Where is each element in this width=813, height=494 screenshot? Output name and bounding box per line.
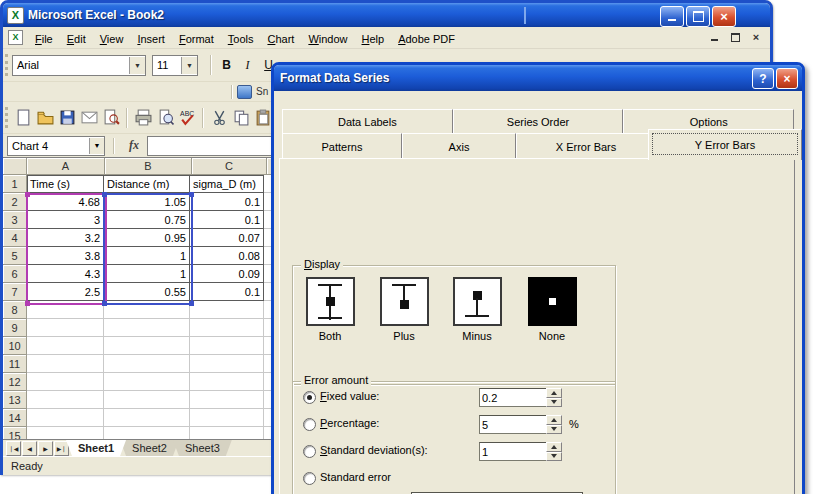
- font-size-select[interactable]: 11 ▼: [152, 55, 198, 76]
- spelling-icon[interactable]: ABC: [176, 107, 198, 129]
- cell-B5[interactable]: 1: [104, 247, 190, 265]
- cell-B11[interactable]: [104, 355, 190, 373]
- cell-A5[interactable]: 3.8: [27, 247, 104, 265]
- cell-C1[interactable]: sigma_D (m): [190, 175, 264, 193]
- fixed-value-input[interactable]: [479, 388, 549, 407]
- tab-patterns[interactable]: Patterns: [282, 133, 402, 159]
- col-header-A[interactable]: A: [27, 158, 105, 175]
- cell-A11[interactable]: [27, 355, 104, 373]
- save-icon[interactable]: [56, 107, 78, 129]
- cell-A7[interactable]: 2.5: [27, 283, 104, 301]
- cell-C7[interactable]: 0.1: [190, 283, 264, 301]
- error-bar-style-both-button[interactable]: [306, 277, 355, 326]
- dialog-titlebar[interactable]: Format Data Series ? ×: [274, 65, 802, 91]
- cell-B7[interactable]: 0.55: [104, 283, 190, 301]
- italic-button[interactable]: I: [237, 55, 258, 76]
- first-sheet-icon[interactable]: ❘◀: [6, 441, 21, 456]
- fixed-value-radio[interactable]: [303, 391, 316, 404]
- cell-A1[interactable]: Time (s): [27, 175, 104, 193]
- row-header-3[interactable]: 3: [3, 211, 27, 229]
- row-header-4[interactable]: 4: [3, 229, 27, 247]
- cell-A2[interactable]: 4.68: [27, 193, 104, 211]
- cell-C6[interactable]: 0.09: [190, 265, 264, 283]
- menu-chart[interactable]: Chart: [260, 31, 301, 47]
- workbook-close-button[interactable]: ×: [750, 31, 762, 43]
- cell-C4[interactable]: 0.07: [190, 229, 264, 247]
- fixed-value-stepper[interactable]: [546, 388, 562, 407]
- workbook-restore-button[interactable]: [729, 31, 741, 43]
- minimize-button[interactable]: [660, 6, 684, 27]
- cell-C8[interactable]: [190, 301, 264, 319]
- cell-C15[interactable]: [190, 427, 264, 439]
- spin-up-icon[interactable]: [546, 415, 562, 425]
- menu-tools[interactable]: Tools: [221, 31, 261, 47]
- cell-B1[interactable]: Distance (m): [104, 175, 190, 193]
- row-header-2[interactable]: 2: [3, 193, 27, 211]
- row-header-14[interactable]: 14: [3, 409, 27, 427]
- print-icon[interactable]: [132, 107, 154, 129]
- row-header-1[interactable]: 1: [3, 175, 27, 193]
- font-name-dropdown-icon[interactable]: ▼: [129, 57, 145, 74]
- cell-A9[interactable]: [27, 319, 104, 337]
- cell-B10[interactable]: [104, 337, 190, 355]
- dialog-close-button[interactable]: ×: [776, 68, 798, 89]
- cell-A6[interactable]: 4.3: [27, 265, 104, 283]
- cell-B3[interactable]: 0.75: [104, 211, 190, 229]
- tab-x-error-bars[interactable]: X Error Bars: [516, 133, 656, 159]
- cell-A3[interactable]: 3: [27, 211, 104, 229]
- spin-up-icon[interactable]: [546, 388, 562, 398]
- row-header-6[interactable]: 6: [3, 265, 27, 283]
- menu-edit[interactable]: Edit: [60, 31, 93, 47]
- open-icon[interactable]: [34, 107, 56, 129]
- name-box-dropdown-icon[interactable]: ▼: [89, 138, 104, 154]
- tab-y-error-bars[interactable]: Y Error Bars: [648, 129, 802, 160]
- cell-B2[interactable]: 1.05: [104, 193, 190, 211]
- standard-deviation-input[interactable]: [479, 442, 549, 461]
- cell-B6[interactable]: 1: [104, 265, 190, 283]
- maximize-button[interactable]: [686, 6, 710, 27]
- cell-B13[interactable]: [104, 391, 190, 409]
- sheet-tab-sheet3[interactable]: Sheet3: [173, 440, 232, 456]
- cell-C9[interactable]: [190, 319, 264, 337]
- new-icon[interactable]: [12, 107, 34, 129]
- snagit-label[interactable]: Sn: [256, 86, 268, 97]
- sheet-tab-sheet2[interactable]: Sheet2: [120, 440, 179, 456]
- next-sheet-icon[interactable]: ▶: [38, 441, 53, 456]
- menu-window[interactable]: Window: [301, 31, 354, 47]
- excel-titlebar[interactable]: X Microsoft Excel - Book2 ×: [3, 3, 770, 27]
- row-header-11[interactable]: 11: [3, 355, 27, 373]
- col-header-C[interactable]: C: [192, 158, 267, 175]
- menu-insert[interactable]: Insert: [130, 31, 172, 47]
- cell-B8[interactable]: [104, 301, 190, 319]
- standard-error-radio[interactable]: [303, 472, 316, 485]
- row-header-9[interactable]: 9: [3, 319, 27, 337]
- percentage-stepper[interactable]: [546, 415, 562, 434]
- close-button[interactable]: ×: [712, 6, 736, 27]
- name-box[interactable]: Chart 4 ▼: [7, 136, 105, 156]
- cell-C13[interactable]: [190, 391, 264, 409]
- cell-B12[interactable]: [104, 373, 190, 391]
- cell-C5[interactable]: 0.08: [190, 247, 264, 265]
- tab-axis[interactable]: Axis: [402, 133, 516, 159]
- cell-C11[interactable]: [190, 355, 264, 373]
- cell-C2[interactable]: 0.1: [190, 193, 264, 211]
- spin-up-icon[interactable]: [546, 442, 562, 452]
- cell-C3[interactable]: 0.1: [190, 211, 264, 229]
- prev-sheet-icon[interactable]: ◀: [22, 441, 37, 456]
- percentage-radio[interactable]: [303, 418, 316, 431]
- search-icon[interactable]: [100, 107, 122, 129]
- bold-button[interactable]: B: [216, 55, 237, 76]
- row-header-15[interactable]: 15: [3, 427, 27, 439]
- row-header-10[interactable]: 10: [3, 337, 27, 355]
- cell-C12[interactable]: [190, 373, 264, 391]
- row-header-7[interactable]: 7: [3, 283, 27, 301]
- error-bar-style-none-button[interactable]: [528, 277, 577, 326]
- print-preview-icon[interactable]: [154, 107, 176, 129]
- font-size-dropdown-icon[interactable]: ▼: [181, 57, 197, 74]
- insert-function-icon[interactable]: fx: [129, 138, 139, 153]
- cell-A12[interactable]: [27, 373, 104, 391]
- cell-A14[interactable]: [27, 409, 104, 427]
- cell-A8[interactable]: [27, 301, 104, 319]
- error-bar-style-plus-button[interactable]: [380, 277, 429, 326]
- cut-icon[interactable]: [208, 107, 230, 129]
